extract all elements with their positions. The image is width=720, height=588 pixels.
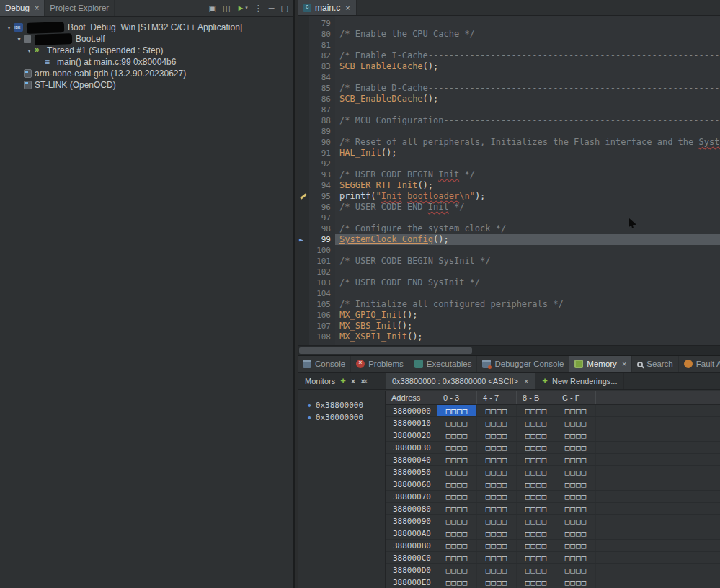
maximize-icon[interactable]: ▢ bbox=[281, 4, 288, 13]
new-rendering-tab[interactable]: +New Renderings... bbox=[535, 373, 624, 389]
annotation-ruler[interactable] bbox=[298, 126, 309, 137]
memory-cell[interactable]: □□□□ bbox=[477, 454, 517, 466]
memory-cell[interactable]: □□□□ bbox=[437, 417, 477, 429]
code-line[interactable]: 79 bbox=[298, 18, 720, 29]
view-tab-project-explorer[interactable]: Project Explorer bbox=[45, 0, 115, 16]
annotation-ruler[interactable] bbox=[298, 310, 309, 321]
annotation-ruler[interactable] bbox=[298, 137, 309, 148]
annotation-ruler[interactable] bbox=[298, 61, 309, 72]
annotation-ruler[interactable] bbox=[298, 83, 309, 94]
annotation-ruler[interactable] bbox=[298, 202, 309, 213]
close-icon[interactable]: × bbox=[622, 360, 626, 368]
memory-address-cell[interactable]: 388000E0 bbox=[386, 576, 437, 588]
code-line[interactable]: 106MX_GPIO_Init(); bbox=[298, 310, 720, 321]
annotation-ruler[interactable] bbox=[298, 148, 309, 159]
memory-cell[interactable]: □□□□ bbox=[556, 552, 596, 564]
memory-cell[interactable]: □□□□ bbox=[517, 491, 556, 502]
memory-cell[interactable]: □□□□ bbox=[556, 527, 596, 539]
memory-cell[interactable]: □□□□ bbox=[477, 564, 517, 576]
annotation-ruler[interactable] bbox=[298, 40, 309, 50]
code-line[interactable]: 83SCB_EnableICache(); bbox=[298, 61, 720, 72]
memory-address-cell[interactable]: 38800090 bbox=[386, 515, 437, 527]
memory-cell[interactable]: □□□□ bbox=[477, 478, 517, 490]
column-header-0-3[interactable]: 0 - 3 bbox=[437, 391, 477, 404]
memory-cell[interactable]: □□□□ bbox=[517, 429, 556, 441]
close-icon[interactable]: × bbox=[35, 4, 39, 12]
annotation-ruler[interactable] bbox=[298, 180, 309, 191]
bottom-tab-memory[interactable]: Memory× bbox=[569, 356, 632, 372]
memory-monitor-item[interactable]: ◆0x30000000 bbox=[298, 411, 385, 424]
annotation-ruler[interactable] bbox=[298, 213, 309, 223]
memory-cell[interactable]: □□□□ bbox=[556, 442, 596, 453]
code-line[interactable]: 94SEGGER_RTT_Init(); bbox=[298, 180, 720, 191]
memory-cell[interactable]: □□□□ bbox=[437, 540, 477, 551]
memory-cell[interactable]: □□□□ bbox=[437, 478, 477, 490]
memory-cell[interactable]: □□□□ bbox=[517, 515, 556, 527]
memory-address-cell[interactable]: 38800030 bbox=[386, 442, 437, 453]
code-line[interactable]: 91HAL_Init(); bbox=[298, 148, 720, 159]
memory-address-cell[interactable]: 38800060 bbox=[386, 478, 437, 490]
code-line[interactable]: 96/* USER CODE END Init */ bbox=[298, 202, 720, 213]
memory-cell[interactable]: □□□□ bbox=[517, 478, 556, 490]
close-icon[interactable]: × bbox=[524, 377, 528, 386]
debug-tree-item[interactable]: main() at main.c:99 0x80004b6 bbox=[0, 56, 293, 68]
annotation-ruler[interactable] bbox=[298, 94, 309, 104]
memory-address-cell[interactable]: 38800070 bbox=[386, 491, 437, 502]
annotation-ruler[interactable] bbox=[298, 29, 309, 40]
code-line[interactable]: 93/* USER CODE BEGIN Init */ bbox=[298, 169, 720, 180]
code-line[interactable]: 105/* Initialize all configured peripher… bbox=[298, 299, 720, 310]
tools-icon[interactable]: ◫ bbox=[223, 4, 230, 13]
annotation-ruler[interactable] bbox=[298, 50, 309, 61]
memory-cell[interactable]: □□□□ bbox=[517, 503, 556, 514]
code-line[interactable]: 87 bbox=[298, 104, 720, 115]
memory-cell[interactable]: □□□□ bbox=[517, 454, 556, 466]
memory-cell[interactable]: □□□□ bbox=[477, 491, 517, 502]
pin-view-icon[interactable]: ▣ bbox=[209, 4, 216, 13]
memory-monitor-item[interactable]: ◆0x38800000 bbox=[298, 399, 385, 411]
view-tab-debug[interactable]: Debug× bbox=[0, 0, 45, 16]
expander-icon[interactable]: ▾ bbox=[4, 24, 14, 31]
debug-tree-item[interactable]: ST-LINK (OpenOCD) bbox=[0, 79, 293, 91]
bottom-tab-search[interactable]: Search bbox=[632, 356, 678, 372]
column-header-c-f[interactable]: C - F bbox=[556, 391, 596, 404]
code-line[interactable]: 88/* MCU Configuration------------------… bbox=[298, 115, 720, 126]
memory-cell[interactable]: □□□□ bbox=[477, 576, 517, 588]
annotation-ruler[interactable] bbox=[298, 191, 309, 202]
expander-icon[interactable]: ▾ bbox=[14, 36, 24, 43]
editor-tab-main-c[interactable]: main.c × bbox=[298, 0, 357, 15]
memory-cell[interactable]: □□□□ bbox=[437, 466, 477, 478]
code-line[interactable]: 104 bbox=[298, 288, 720, 299]
memory-cell[interactable]: □□□□ bbox=[517, 552, 556, 564]
code-line[interactable]: 86SCB_EnableDCache(); bbox=[298, 94, 720, 104]
memory-cell[interactable]: □□□□ bbox=[556, 540, 596, 551]
memory-address-cell[interactable]: 38800020 bbox=[386, 429, 437, 441]
memory-cell[interactable]: □□□□ bbox=[437, 503, 477, 514]
hscrollbar-thumb[interactable] bbox=[299, 347, 472, 354]
code-line[interactable]: 107MX_SBS_Init(); bbox=[298, 321, 720, 331]
annotation-ruler[interactable] bbox=[298, 159, 309, 169]
memory-cell[interactable]: □□□□ bbox=[517, 540, 556, 551]
annotation-ruler[interactable] bbox=[298, 223, 309, 234]
memory-address-cell[interactable]: 38800050 bbox=[386, 466, 437, 478]
memory-address-cell[interactable]: 38800080 bbox=[386, 503, 437, 514]
memory-cell[interactable]: □□□□ bbox=[517, 442, 556, 453]
editor-hscrollbar[interactable] bbox=[298, 345, 720, 355]
code-line[interactable]: 89 bbox=[298, 126, 720, 137]
memory-cell[interactable]: □□□□ bbox=[477, 466, 517, 478]
memory-cell[interactable]: □□□□ bbox=[517, 417, 556, 429]
debug-tree-item[interactable]: ▾Thread #1 (Suspended : Step) bbox=[0, 45, 293, 56]
memory-address-cell[interactable]: 38800040 bbox=[386, 454, 437, 466]
memory-address-cell[interactable]: 38800000 bbox=[386, 405, 437, 416]
debug-tree-item[interactable]: ▾Boot_Debug_Win [STM32 C/C++ Application… bbox=[0, 22, 293, 33]
memory-cell[interactable]: □□□□ bbox=[437, 491, 477, 502]
memory-cell[interactable]: □□□□ bbox=[556, 417, 596, 429]
view-menu-icon[interactable]: ⋮ bbox=[254, 4, 262, 13]
bottom-tab-executables[interactable]: Executables bbox=[409, 356, 478, 372]
memory-cell[interactable]: □□□□ bbox=[556, 491, 596, 502]
remove-all-monitors-button[interactable]: ×× bbox=[360, 373, 368, 390]
annotation-ruler[interactable] bbox=[298, 299, 309, 310]
code-line[interactable]: 103/* USER CODE END SysInit */ bbox=[298, 277, 720, 288]
code-line[interactable]: 81 bbox=[298, 40, 720, 50]
annotation-ruler[interactable] bbox=[298, 288, 309, 299]
annotation-ruler[interactable] bbox=[298, 72, 309, 83]
